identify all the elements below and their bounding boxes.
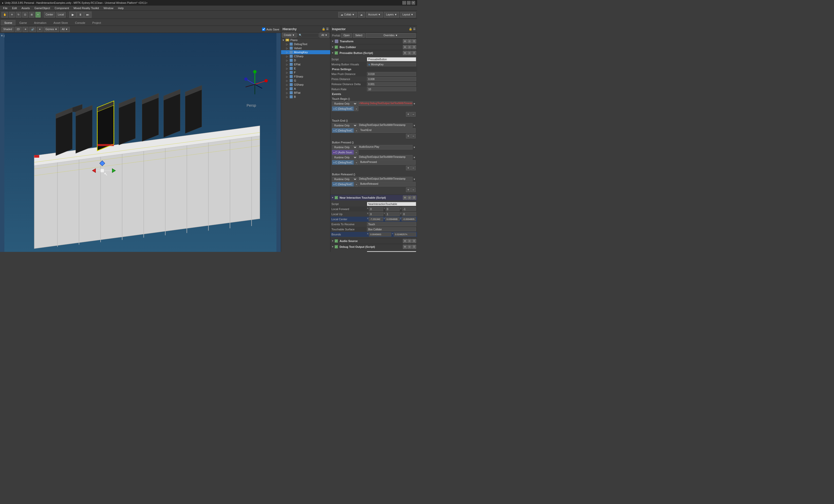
bp-circle-btn-2[interactable]: ● [354,160,358,165]
touch-end-object[interactable]: ● C (DebugTextC [332,128,354,133]
box-collider-header[interactable]: ▼ ✓ Box Collider ⚙ ⊡ ☰ [330,44,417,50]
rotate-tool[interactable]: ↻ [16,12,21,18]
audio-button[interactable]: 🔊 [29,27,36,32]
pb-script-value[interactable]: PressableButton [367,57,416,61]
pb-mbv-value[interactable]: ◈ MovingKey [367,62,416,66]
maximize-button[interactable]: □ [407,1,411,4]
center-toggle[interactable]: Center [44,12,55,18]
menu-help[interactable]: Help [116,6,126,10]
bp-runtime-select-2[interactable]: Runtime Only [332,155,357,160]
bp-arrow-1[interactable]: ▼ [413,146,416,149]
hierarchy-item-fsharp[interactable]: ▷ FSharp [281,74,330,79]
br-object[interactable]: ● C (DebugTextC [332,182,354,187]
transform-menu-icon[interactable]: ☰ [412,39,416,43]
ni-menu-icon[interactable]: ☰ [412,196,416,200]
dto-menu-icon[interactable]: ☰ [412,245,416,249]
tab-asset-store[interactable]: Asset Store [50,20,71,26]
autosave-checkbox[interactable] [262,28,265,31]
hierarchy-item-velvet[interactable]: ▷ Velvet [281,46,330,50]
press-dist-value[interactable]: 0.008 [367,77,416,81]
open-button[interactable]: Open [341,33,352,38]
pb-menu-icon[interactable]: ☰ [412,51,416,55]
hierarchy-item-piano[interactable]: ▼ ■ Piano [281,38,330,42]
ni-etr-value[interactable]: Touch [367,222,416,226]
hierarchy-item-g[interactable]: ▷ G [281,79,330,83]
hierarchy-item-f[interactable]: ▷ F [281,70,330,74]
dto-checkbox[interactable]: ✓ [335,245,338,248]
box-collider-checkbox[interactable]: ✓ [335,46,338,49]
account-dropdown[interactable]: Account ▼ [366,12,383,18]
inspector-lock-icon[interactable]: 🔒 [409,27,412,31]
bp-object-1[interactable]: ● C (Audio Sourc [332,150,354,155]
audio-source-header[interactable]: ▼ ✓ Audio Source ⚙ ⊡ ☰ [330,238,417,244]
close-button[interactable]: ✕ [412,1,415,4]
menu-mixed-reality[interactable]: Mixed Reality Toolkit [71,6,101,10]
inspector-menu-icon[interactable]: ☰ [413,27,416,31]
bp-add-btn[interactable]: + [406,166,411,170]
br-add-btn[interactable]: + [406,188,411,192]
layers-dropdown[interactable]: Layers ▼ [384,12,399,18]
ni-lu-x[interactable]: 0 [369,212,383,216]
hierarchy-item-a[interactable]: ▷ A [281,87,330,91]
touch-begin-add-btn[interactable]: + [406,112,411,116]
br-circle-btn[interactable]: ● [354,182,358,187]
as-menu-icon[interactable]: ☰ [412,239,416,243]
dto-script-value[interactable]: DebugTextOutput [367,251,416,252]
hierarchy-item-b[interactable]: ▷ B [281,95,330,99]
ni-lc-y[interactable]: 0.039486B [385,217,400,221]
create-button[interactable]: Create ▼ [282,33,297,38]
bp-object-2[interactable]: ● C (DebugTextC [332,160,354,165]
hierarchy-item-bflat[interactable]: ▷ BFlat [281,91,330,95]
hierarchy-item-e[interactable]: ▷ E [281,66,330,70]
ni-settings-icon[interactable]: ⚙ [403,196,407,200]
release-delta-value[interactable]: 0.001 [367,82,416,86]
hierarchy-menu-icon[interactable]: ☰ [326,27,329,31]
ni-lc-z[interactable]: -0.0004805 [402,217,416,221]
pressable-button-header[interactable]: ▼ ✓ Pressable Button (Script) ⚙ ⊡ ☰ [330,50,417,56]
hierarchy-item-csharp[interactable]: ▷ CSharp [281,54,330,58]
touch-end-remove-btn[interactable]: − [411,134,416,138]
touch-end-add-btn[interactable]: + [406,134,411,138]
move-tool[interactable]: ✛ [9,12,15,18]
near-interaction-header[interactable]: ▼ ✓ Near Interaction Touchable (Script) … [330,195,417,200]
titlebar-controls[interactable]: — □ ✕ [402,1,415,4]
max-push-value[interactable]: 0.018 [367,72,416,76]
tab-scene[interactable]: Scene [1,20,16,26]
hand-tool[interactable]: ✋ [1,12,8,18]
ni-checkbox[interactable]: ✓ [335,196,338,199]
as-checkbox[interactable]: ✓ [335,239,338,242]
bp-circle-btn-1[interactable]: ● [354,150,358,155]
lighting-button[interactable]: ☀ [23,27,28,32]
all-dropdown[interactable]: All ▼ [60,27,70,32]
rect-tool[interactable]: ⊞ [29,12,35,18]
play-button[interactable]: ▶ [69,12,76,18]
touch-end-circle-btn[interactable]: ● [354,128,358,133]
local-toggle[interactable]: Local [56,12,66,18]
tab-animation[interactable]: Animation [31,20,50,26]
ni-lc-x[interactable]: -7.231342 [369,217,383,221]
effects-button[interactable]: ✦ [37,27,43,32]
touch-end-arrow-icon[interactable]: ▼ [413,124,416,127]
transform-settings-icon[interactable]: ⚙ [403,39,407,43]
ni-bounds-y[interactable]: 0.0248257A [394,232,416,236]
br-runtime-select[interactable]: Runtime Only [332,177,357,181]
pb-expand-icon[interactable]: ⊡ [408,51,412,55]
hierarchy-item-eflat[interactable]: ▷ EFlat [281,62,330,66]
menu-gameobject[interactable]: GameObject [32,6,52,10]
bp-runtime-select-1[interactable]: Runtime Only [332,145,357,150]
ni-lf-x[interactable]: 0 [369,207,383,211]
bp-remove-btn[interactable]: − [411,166,416,170]
br-arrow[interactable]: ▼ [413,178,416,181]
ni-ts-value[interactable]: Box Collider [367,227,416,231]
menu-window[interactable]: Window [101,6,115,10]
tab-project[interactable]: Project [89,20,104,26]
ni-lu-z[interactable]: 0 [402,212,416,216]
scene-view[interactable]: ≡ ≡ Scenes > Piano 📢 📢 📢 📢 📢 📢 Debug Mes… [0,33,281,252]
pause-button[interactable]: ⏸ [77,12,84,18]
bc-settings-icon[interactable]: ⚙ [403,45,407,49]
transform-header[interactable]: ▼ Transform ⚙ ⊡ ☰ [330,39,417,44]
ni-bounds-x[interactable]: 0.004566S [369,232,391,236]
touch-begin-object[interactable]: ● C (DebugTextC [332,106,354,111]
menu-assets[interactable]: Assets [20,6,32,10]
bc-expand-icon[interactable]: ⊡ [408,45,412,49]
